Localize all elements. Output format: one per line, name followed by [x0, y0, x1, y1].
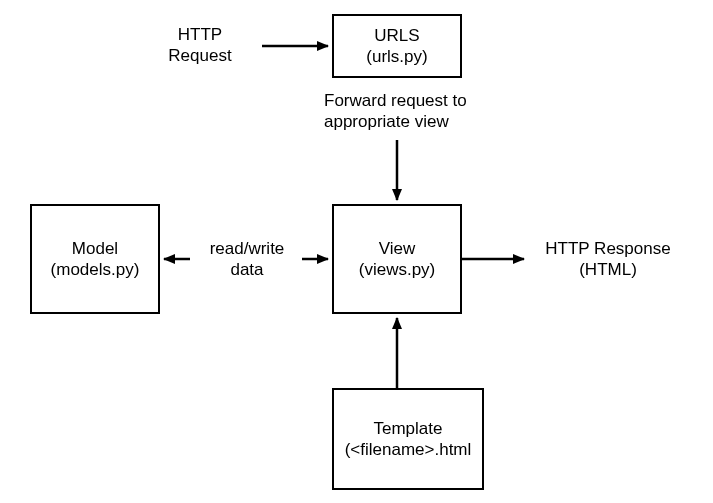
label-readwrite-l2: data	[192, 259, 302, 280]
node-model-title: Model	[72, 238, 118, 259]
label-http-request: HTTP Request	[155, 24, 245, 67]
node-view-sub: (views.py)	[359, 259, 436, 280]
label-http_response-l2: (HTML)	[528, 259, 688, 280]
label-http-request-l2: Request	[155, 45, 245, 66]
node-template-sub: (<filename>.html	[345, 439, 472, 460]
label-http-response: HTTP Response (HTML)	[528, 238, 688, 281]
node-urls-sub: (urls.py)	[366, 46, 427, 67]
label-forward: Forward request to appropriate view	[324, 90, 514, 133]
label-forward-l2: appropriate view	[324, 111, 514, 132]
label-http-response-l1: HTTP Response	[528, 238, 688, 259]
node-template-title: Template	[374, 418, 443, 439]
node-template: Template (<filename>.html	[332, 388, 484, 490]
node-view-title: View	[379, 238, 416, 259]
label-http-request-l1: HTTP	[155, 24, 245, 45]
diagram-canvas: URLS (urls.py) Model (models.py) View (v…	[0, 0, 713, 503]
node-view: View (views.py)	[332, 204, 462, 314]
label-readwrite-l1: read/write	[192, 238, 302, 259]
label-forward-l1: Forward request to	[324, 90, 514, 111]
node-model: Model (models.py)	[30, 204, 160, 314]
label-readwrite: read/write data	[192, 238, 302, 281]
node-urls-title: URLS	[374, 25, 419, 46]
node-model-sub: (models.py)	[51, 259, 140, 280]
node-urls: URLS (urls.py)	[332, 14, 462, 78]
